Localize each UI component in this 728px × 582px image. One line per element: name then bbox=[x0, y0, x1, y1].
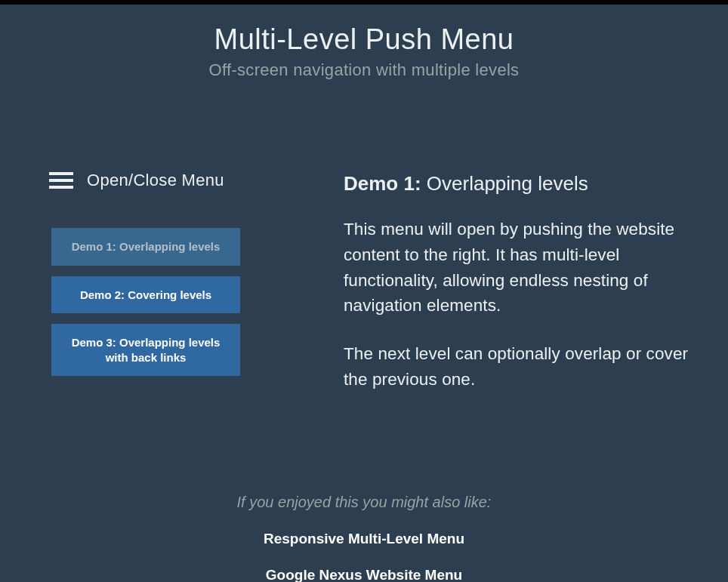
demo-nav: Demo 1: Overlapping levels Demo 2: Cover… bbox=[49, 228, 344, 376]
menu-trigger[interactable]: Open/Close Menu bbox=[49, 171, 344, 190]
related-link-1[interactable]: Responsive Multi-Level Menu bbox=[0, 531, 728, 547]
demo-heading: Demo 1: Overlapping levels bbox=[344, 172, 705, 196]
page-title: Multi-Level Push Menu bbox=[15, 23, 713, 56]
page-subtitle: Off-screen navigation with multiple leve… bbox=[15, 60, 713, 80]
demo-heading-strong: Demo 1: bbox=[344, 172, 421, 195]
demo-link-1[interactable]: Demo 1: Overlapping levels bbox=[51, 228, 240, 266]
demo-heading-suffix: Overlapping levels bbox=[421, 172, 588, 195]
hamburger-icon[interactable] bbox=[49, 172, 73, 189]
demo-link-2[interactable]: Demo 2: Covering levels bbox=[51, 276, 240, 314]
left-column: Open/Close Menu Demo 1: Overlapping leve… bbox=[49, 171, 344, 415]
menu-trigger-label: Open/Close Menu bbox=[87, 171, 224, 190]
main: Open/Close Menu Demo 1: Overlapping leve… bbox=[0, 80, 728, 415]
content-paragraph-1: This menu will open by pushing the websi… bbox=[344, 217, 705, 319]
related-section: If you enjoyed this you might also like:… bbox=[0, 494, 728, 583]
header: Multi-Level Push Menu Off-screen navigat… bbox=[0, 5, 728, 80]
content-paragraph-2: The next level can optionally overlap or… bbox=[344, 341, 705, 393]
related-intro: If you enjoyed this you might also like: bbox=[0, 494, 728, 511]
right-column: Demo 1: Overlapping levels This menu wil… bbox=[344, 171, 720, 415]
related-link-2[interactable]: Google Nexus Website Menu bbox=[0, 567, 728, 583]
demo-link-3[interactable]: Demo 3: Overlapping levels with back lin… bbox=[51, 324, 240, 376]
